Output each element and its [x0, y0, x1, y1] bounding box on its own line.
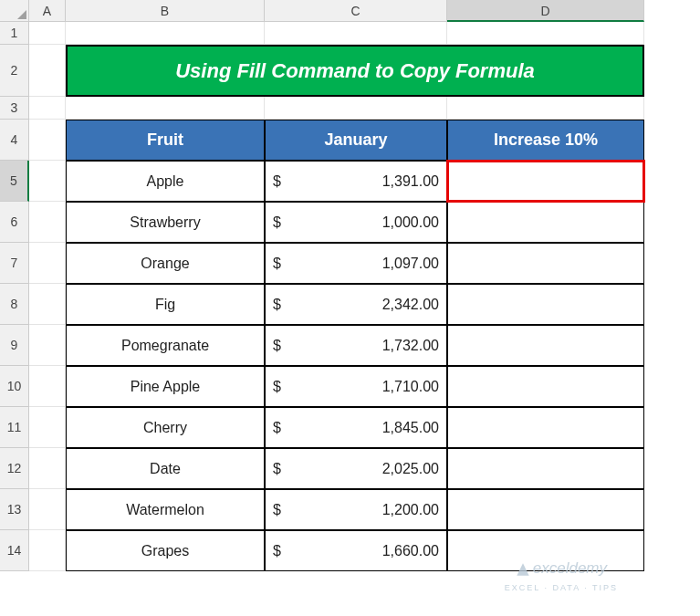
cell-value[interactable]: $1,660.00 — [265, 530, 447, 571]
row-header-1[interactable]: 1 — [0, 22, 29, 45]
row-header-9[interactable]: 9 — [0, 325, 29, 366]
cell-increase[interactable] — [447, 243, 644, 284]
spreadsheet-grid: A B C D 1 2 Using Fill Command to Copy F… — [0, 0, 700, 571]
cell-a10[interactable] — [29, 366, 66, 407]
cell-d1[interactable] — [447, 22, 644, 45]
cell-value[interactable]: $1,200.00 — [265, 489, 447, 530]
cell-a7[interactable] — [29, 243, 66, 284]
col-header-a[interactable]: A — [29, 0, 66, 22]
cell-fruit[interactable]: Apple — [66, 161, 265, 202]
cell-value[interactable]: $2,025.00 — [265, 448, 447, 489]
money-value: 2,342.00 — [382, 297, 439, 313]
money-value: 1,000.00 — [382, 214, 439, 231]
header-fruit[interactable]: Fruit — [66, 120, 265, 161]
cell-c3[interactable] — [265, 97, 447, 120]
watermark-tagline: EXCEL · DATA · TIPS — [505, 583, 618, 592]
money-value: 1,845.00 — [382, 420, 439, 436]
row-header-5[interactable]: 5 — [0, 161, 29, 202]
money-value: 1,200.00 — [382, 502, 439, 518]
row-header-13[interactable]: 13 — [0, 489, 29, 530]
currency-symbol: $ — [273, 461, 281, 477]
cell-a14[interactable] — [29, 530, 66, 571]
money-value: 2,025.00 — [382, 461, 439, 477]
cell-fruit[interactable]: Orange — [66, 243, 265, 284]
cell-increase[interactable] — [447, 284, 644, 325]
cell-value[interactable]: $1,710.00 — [265, 366, 447, 407]
cell-fruit[interactable]: Cherry — [66, 407, 265, 448]
row-header-6[interactable]: 6 — [0, 202, 29, 243]
currency-symbol: $ — [273, 297, 281, 313]
currency-symbol: $ — [273, 502, 281, 518]
cell-b1[interactable] — [66, 22, 265, 45]
select-all-corner[interactable] — [0, 0, 29, 22]
currency-symbol: $ — [273, 543, 281, 559]
currency-symbol: $ — [273, 338, 281, 354]
cell-a8[interactable] — [29, 284, 66, 325]
cell-fruit[interactable]: Pomegranate — [66, 325, 265, 366]
cell-a2[interactable] — [29, 45, 66, 97]
cell-a4[interactable] — [29, 120, 66, 161]
cell-value[interactable]: $2,342.00 — [265, 284, 447, 325]
watermark-icon — [516, 562, 530, 577]
cell-fruit[interactable]: Date — [66, 448, 265, 489]
cell-c1[interactable] — [265, 22, 447, 45]
currency-symbol: $ — [273, 214, 281, 231]
cell-a5[interactable] — [29, 161, 66, 202]
cell-fruit[interactable]: Strawberry — [66, 202, 265, 243]
col-header-c[interactable]: C — [265, 0, 447, 22]
cell-a12[interactable] — [29, 448, 66, 489]
currency-symbol: $ — [273, 256, 281, 272]
cell-a1[interactable] — [29, 22, 66, 45]
cell-fruit[interactable]: Grapes — [66, 530, 265, 571]
header-january[interactable]: January — [265, 120, 447, 161]
money-value: 1,732.00 — [382, 338, 439, 354]
cell-a6[interactable] — [29, 202, 66, 243]
header-increase[interactable]: Increase 10% — [447, 120, 644, 161]
cell-a11[interactable] — [29, 407, 66, 448]
cell-a3[interactable] — [29, 97, 66, 120]
cell-value[interactable]: $1,732.00 — [265, 325, 447, 366]
row-header-11[interactable]: 11 — [0, 407, 29, 448]
cell-d3[interactable] — [447, 97, 644, 120]
row-header-4[interactable]: 4 — [0, 120, 29, 161]
cell-increase[interactable] — [447, 366, 644, 407]
cell-b3[interactable] — [66, 97, 265, 120]
cell-increase[interactable] — [447, 325, 644, 366]
cell-increase[interactable] — [447, 448, 644, 489]
money-value: 1,391.00 — [382, 173, 439, 190]
money-value: 1,660.00 — [382, 543, 439, 559]
cell-a13[interactable] — [29, 489, 66, 530]
money-value: 1,710.00 — [382, 379, 439, 395]
cell-fruit[interactable]: Pine Apple — [66, 366, 265, 407]
cell-increase[interactable] — [447, 489, 644, 530]
cell-fruit[interactable]: Fig — [66, 284, 265, 325]
money-value: 1,097.00 — [382, 256, 439, 272]
cell-a9[interactable] — [29, 325, 66, 366]
cell-value[interactable]: $1,391.00 — [265, 161, 447, 202]
cell-increase[interactable] — [447, 407, 644, 448]
row-header-7[interactable]: 7 — [0, 243, 29, 284]
cell-value[interactable]: $1,000.00 — [265, 202, 447, 243]
col-header-b[interactable]: B — [66, 0, 265, 22]
watermark: exceldemy EXCEL · DATA · TIPS — [505, 559, 618, 593]
currency-symbol: $ — [273, 379, 281, 395]
row-header-2[interactable]: 2 — [0, 45, 29, 97]
title-cell[interactable]: Using Fill Command to Copy Formula — [66, 45, 644, 97]
cell-value[interactable]: $1,845.00 — [265, 407, 447, 448]
row-header-14[interactable]: 14 — [0, 530, 29, 571]
row-header-3[interactable]: 3 — [0, 97, 29, 120]
currency-symbol: $ — [273, 173, 281, 190]
row-header-10[interactable]: 10 — [0, 366, 29, 407]
row-header-8[interactable]: 8 — [0, 284, 29, 325]
cell-d5-selected[interactable] — [447, 161, 644, 202]
col-header-d[interactable]: D — [447, 0, 644, 22]
watermark-brand: exceldemy — [533, 559, 607, 577]
row-header-12[interactable]: 12 — [0, 448, 29, 489]
cell-increase[interactable] — [447, 202, 644, 243]
cell-fruit[interactable]: Watermelon — [66, 489, 265, 530]
currency-symbol: $ — [273, 420, 281, 436]
cell-value[interactable]: $1,097.00 — [265, 243, 447, 284]
